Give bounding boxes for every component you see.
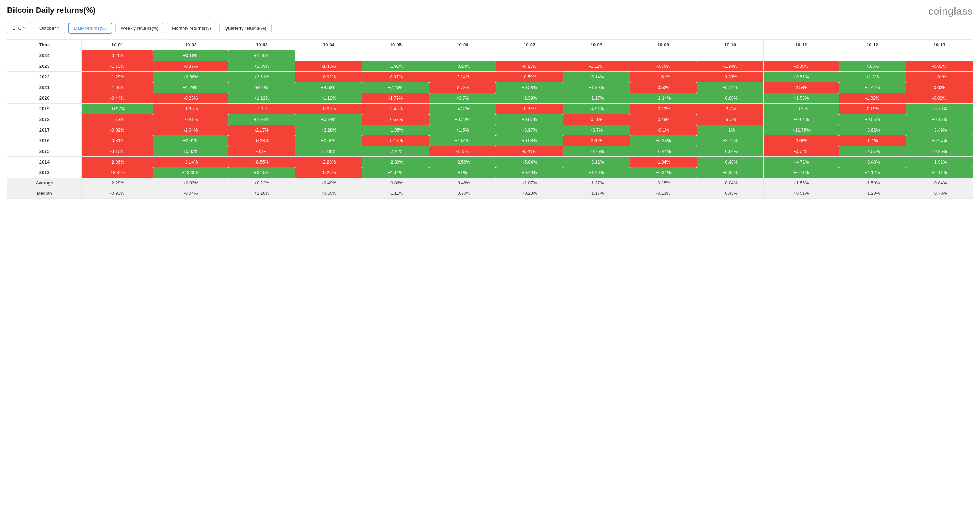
- footer-cell-Average-4: +0.86%: [362, 178, 429, 188]
- data-cell-2022-1: +2.96%: [153, 72, 228, 82]
- data-cell-2013-10: +0.71%: [764, 167, 839, 178]
- data-cell-2017-4: +1.35%: [362, 125, 429, 135]
- month-selector[interactable]: October ⇅: [34, 23, 65, 33]
- tab-weekly-returns[interactable]: Weekly returns(%): [115, 23, 164, 33]
- table-row: 2020-0.44%-0.26%+1.22%+1.12%-1.79%+0.7%+…: [8, 93, 973, 103]
- data-cell-2018-1: -0.41%: [153, 114, 228, 125]
- data-cell-2016-2: -0.28%: [228, 135, 296, 146]
- table-row: 2015-0.16%+0.82%-0.1%+1.06%+2.21%-1.35%-…: [8, 146, 973, 157]
- data-cell-2015-2: -0.1%: [228, 146, 296, 157]
- data-cell-2015-8: +0.44%: [630, 146, 697, 157]
- data-cell-2014-9: +0.43%: [697, 157, 764, 167]
- table-row: 2018-1.13%-0.41%+1.34%+0.74%-0.67%+0.22%…: [8, 114, 973, 125]
- footer-row: Median-0.93%-0.04%+1.28%+0.55%+1.11%+0.7…: [8, 188, 973, 199]
- footer-cell-Median-5: +0.70%: [429, 188, 496, 199]
- data-cell-2023-8: -0.76%: [630, 61, 697, 72]
- data-cell-2020-5: +0.7%: [429, 93, 496, 103]
- data-cell-2018-10: +0.64%: [764, 114, 839, 125]
- table-row: 2024-0.26%+0.18%+1.69%: [8, 50, 973, 61]
- data-cell-2015-5: -1.35%: [429, 146, 496, 157]
- col-header-10-11: 10-11: [764, 40, 839, 50]
- data-cell-2023-6: -0.13%: [496, 61, 563, 72]
- data-cell-2023-3: -1.43%: [295, 61, 362, 72]
- col-header-10-07: 10-07: [496, 40, 563, 50]
- data-cell-2023-11: +0.3%: [839, 61, 906, 72]
- footer-cell-Median-11: +1.20%: [839, 188, 906, 199]
- data-cell-2021-10: -2.54%: [764, 82, 839, 93]
- data-cell-2024-10: [764, 50, 839, 61]
- data-cell-2017-10: +12.75%: [764, 125, 839, 135]
- footer-cell-Average-0: -2.28%: [81, 178, 153, 188]
- data-cell-2014-2: -8.55%: [228, 157, 296, 167]
- data-cell-2020-6: +2.39%: [496, 93, 563, 103]
- data-cell-2024-0: -0.26%: [81, 50, 153, 61]
- data-cell-2015-6: -0.41%: [496, 146, 563, 157]
- data-cell-2021-1: +1.24%: [153, 82, 228, 93]
- footer-cell-Average-12: +0.84%: [906, 178, 973, 188]
- data-cell-2022-10: +0.51%: [764, 72, 839, 82]
- data-cell-2020-1: -0.26%: [153, 93, 228, 103]
- data-cell-2021-3: +4.58%: [295, 82, 362, 93]
- data-cell-2019-2: -1.1%: [228, 103, 296, 114]
- data-cell-2021-9: +5.14%: [697, 82, 764, 93]
- data-cell-2014-6: +5.04%: [496, 157, 563, 167]
- data-cell-2015-3: +1.06%: [295, 146, 362, 157]
- asset-selector[interactable]: BTC ⇅: [7, 23, 31, 33]
- data-cell-2017-6: +3.97%: [496, 125, 563, 135]
- data-cell-2023-1: -0.37%: [153, 61, 228, 72]
- data-cell-2017-12: +3.49%: [906, 125, 973, 135]
- data-cell-2014-7: +3.12%: [563, 157, 630, 167]
- data-cell-2013-11: +4.12%: [839, 167, 906, 178]
- year-cell: 2022: [8, 72, 81, 82]
- data-cell-2018-6: +0.97%: [496, 114, 563, 125]
- data-cell-2016-11: -0.1%: [839, 135, 906, 146]
- data-cell-2021-5: -2.78%: [429, 82, 496, 93]
- data-cell-2023-9: -1.94%: [697, 61, 764, 72]
- data-cell-2020-0: -0.44%: [81, 93, 153, 103]
- tab-monthly-returns[interactable]: Monthly returns(%): [167, 23, 216, 33]
- data-cell-2017-2: -2.17%: [228, 125, 296, 135]
- data-cell-2014-0: -2.96%: [81, 157, 153, 167]
- data-cell-2023-0: -1.75%: [81, 61, 153, 72]
- data-cell-2021-2: +2.1%: [228, 82, 296, 93]
- data-cell-2021-6: +0.28%: [496, 82, 563, 93]
- data-cell-2014-3: -2.28%: [295, 157, 362, 167]
- data-cell-2020-11: -1.02%: [839, 93, 906, 103]
- data-cell-2017-7: +3.7%: [563, 125, 630, 135]
- data-cell-2021-11: +2.44%: [839, 82, 906, 93]
- data-cell-2020-2: +1.22%: [228, 93, 296, 103]
- footer-label: Average: [8, 178, 81, 188]
- col-header-10-08: 10-08: [563, 40, 630, 50]
- data-cell-2018-5: +0.22%: [429, 114, 496, 125]
- year-cell: 2019: [8, 103, 81, 114]
- data-cell-2024-3: [295, 50, 362, 61]
- col-header-10-03: 10-03: [228, 40, 296, 50]
- data-cell-2016-5: +1.01%: [429, 135, 496, 146]
- data-cell-2013-1: +13.35%: [153, 167, 228, 178]
- year-cell: 2021: [8, 82, 81, 93]
- data-cell-2013-4: +1.11%: [362, 167, 429, 178]
- tab-quarterly-returns[interactable]: Quarterly returns(%): [219, 23, 272, 33]
- data-cell-2015-12: +0.96%: [906, 146, 973, 157]
- data-cell-2020-9: +0.68%: [697, 93, 764, 103]
- data-cell-2020-8: +2.14%: [630, 93, 697, 103]
- footer-cell-Median-7: +1.17%: [563, 188, 630, 199]
- data-cell-2022-8: -1.61%: [630, 72, 697, 82]
- table-row: 2017-0.09%-2.04%-2.17%+2.28%+1.35%+1.5%+…: [8, 125, 973, 135]
- year-cell: 2014: [8, 157, 81, 167]
- data-cell-2014-12: +1.92%: [906, 157, 973, 167]
- data-cell-2016-6: +0.08%: [496, 135, 563, 146]
- footer-cell-Average-3: +0.49%: [295, 178, 362, 188]
- data-cell-2022-6: -0.59%: [496, 72, 563, 82]
- col-header-10-05: 10-05: [362, 40, 429, 50]
- tab-daily-returns[interactable]: Daily returns(%): [68, 23, 113, 34]
- data-cell-2018-4: -0.67%: [362, 114, 429, 125]
- data-cell-2024-9: [697, 50, 764, 61]
- data-cell-2019-5: +4.37%: [429, 103, 496, 114]
- data-cell-2022-2: +3.61%: [228, 72, 296, 82]
- data-cell-2019-3: -0.09%: [295, 103, 362, 114]
- data-cell-2019-1: -1.83%: [153, 103, 228, 114]
- footer-cell-Median-4: +1.11%: [362, 188, 429, 199]
- footer-cell-Median-12: +0.78%: [906, 188, 973, 199]
- year-cell: 2016: [8, 135, 81, 146]
